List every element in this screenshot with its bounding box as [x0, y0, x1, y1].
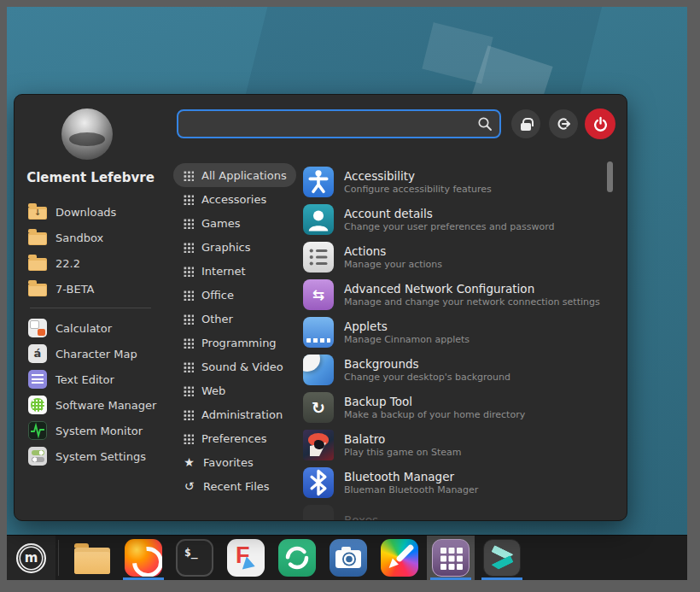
places-list: ↓ Downloads Sandbox 22.2 7-BETA — [28, 199, 168, 302]
actions-icon — [303, 242, 334, 273]
category-programming[interactable]: Programming — [173, 331, 286, 355]
search-input[interactable] — [177, 109, 501, 138]
power-button[interactable] — [585, 108, 615, 139]
grid-icon — [183, 194, 194, 205]
category-administration[interactable]: Administration — [173, 402, 292, 426]
taskbar-terminal[interactable]: $_ — [171, 536, 219, 580]
category-favorites[interactable]: ★ Favorites — [173, 450, 263, 474]
sidebar-item-text-editor[interactable]: Text Editor — [28, 366, 168, 392]
scrollbar-thumb[interactable] — [607, 161, 613, 192]
grid-icon — [183, 409, 194, 420]
calculator-icon — [28, 319, 47, 337]
taskbar-sync-app[interactable] — [273, 536, 321, 580]
taskbar-app-grid[interactable] — [427, 536, 475, 580]
category-web[interactable]: Web — [173, 378, 235, 402]
place-item-downloads[interactable]: ↓ Downloads — [28, 199, 168, 225]
taskbar-f-store[interactable]: F — [222, 536, 270, 580]
app-item-balatro[interactable]: Balatro Play this game on Steam — [303, 426, 612, 464]
app-item-applets[interactable]: Applets Manage Cinnamon applets — [303, 314, 612, 351]
app-item-advanced-network-configuration[interactable]: ⇆ Advanced Network Configuration Manage … — [303, 276, 612, 314]
taskbar-paint-app[interactable] — [376, 536, 423, 580]
sidebar-separator — [30, 308, 151, 308]
paint-brush-icon — [381, 539, 418, 577]
camera-icon — [330, 539, 367, 577]
place-item-7-beta[interactable]: 7-BETA — [28, 276, 168, 302]
power-icon — [592, 116, 609, 132]
taskbar-separator — [58, 540, 59, 576]
taskbar-files[interactable] — [68, 536, 116, 580]
mint-logo-icon: m — [16, 543, 46, 573]
grid-icon — [183, 361, 194, 372]
accessibility-figure — [303, 167, 334, 197]
recent-history-icon: ↺ — [183, 480, 195, 493]
category-other[interactable]: Other — [173, 307, 242, 331]
sidebar-item-system-monitor[interactable]: System Monitor — [28, 418, 168, 443]
grid-icon — [183, 266, 194, 277]
app-item-boxes[interactable]: Boxes — [303, 501, 612, 521]
sidebar-item-character-map[interactable]: á Character Map — [28, 341, 168, 366]
boxes-icon — [303, 505, 334, 521]
sidebar-item-system-settings[interactable]: System Settings — [28, 443, 168, 469]
app-item-accessibility[interactable]: Accessibility Configure accessibility fe… — [303, 163, 612, 201]
system-monitor-icon — [28, 421, 47, 440]
files-icon — [74, 548, 110, 574]
grid-icon — [183, 433, 194, 444]
applets-icon — [303, 317, 334, 348]
search-bar — [177, 109, 501, 138]
cinnamon-menu-panel: Clement Lefebvre ↓ Downloads Sandbox 22.… — [14, 94, 627, 521]
desktop-wallpaper: Clement Lefebvre ↓ Downloads Sandbox 22.… — [7, 7, 687, 580]
category-internet[interactable]: Internet — [173, 259, 255, 283]
sidebar-item-software-manager[interactable]: Software Manager — [28, 392, 168, 418]
accessibility-icon — [303, 167, 334, 197]
taskbar-panel: m $_ F — [7, 535, 687, 580]
folder-icon — [28, 284, 47, 296]
category-accessories[interactable]: Accessories — [173, 187, 276, 211]
grid-icon — [183, 385, 194, 396]
user-avatar[interactable] — [61, 108, 113, 160]
lock-icon — [521, 123, 531, 131]
star-icon: ★ — [183, 456, 195, 469]
grid-icon — [183, 337, 194, 349]
category-list: All Applications Accessories Games Graph… — [173, 163, 303, 498]
grid-icon — [183, 290, 194, 301]
taskbar-camera-app[interactable] — [324, 536, 372, 580]
taskbar-warpinator[interactable] — [478, 536, 526, 580]
backup-tool-icon: ↻ — [303, 392, 334, 423]
logout-icon — [556, 116, 571, 132]
f-store-icon: F — [227, 539, 265, 577]
category-preferences[interactable]: Preferences — [173, 426, 276, 450]
bluetooth-icon — [303, 467, 334, 498]
sidebar-item-calculator[interactable]: Calculator — [28, 315, 168, 341]
app-grid-icon — [432, 539, 470, 577]
category-graphics[interactable]: Graphics — [173, 235, 260, 259]
app-item-account-details[interactable]: Account details Change your user prefere… — [303, 201, 612, 238]
text-editor-icon — [28, 370, 47, 389]
category-sound-video[interactable]: Sound & Video — [173, 355, 293, 378]
software-manager-icon — [28, 396, 47, 414]
taskbar-menu-button[interactable]: m — [7, 536, 55, 580]
folder-download-icon: ↓ — [28, 207, 47, 220]
category-recent-files[interactable]: ↺ Recent Files — [173, 474, 279, 498]
folder-icon — [28, 258, 47, 271]
category-games[interactable]: Games — [173, 211, 249, 235]
app-item-actions[interactable]: Actions Manage your actions — [303, 238, 612, 276]
app-item-backgrounds[interactable]: Backgrounds Change your desktop's backgr… — [303, 351, 612, 389]
account-details-icon — [303, 204, 334, 235]
system-settings-icon — [28, 447, 47, 466]
place-item-22-2[interactable]: 22.2 — [28, 250, 168, 276]
grid-icon — [183, 314, 194, 325]
place-item-sandbox[interactable]: Sandbox — [28, 225, 168, 250]
logout-button[interactable] — [549, 109, 578, 138]
app-item-bluetooth-manager[interactable]: Bluetooth Manager Blueman Bluetooth Mana… — [303, 464, 612, 501]
category-all-applications[interactable]: All Applications — [173, 163, 296, 187]
grid-icon — [183, 218, 194, 229]
lock-screen-button[interactable] — [511, 109, 540, 138]
app-item-backup-tool[interactable]: ↻ Backup Tool Make a backup of your home… — [303, 389, 612, 426]
folder-icon — [28, 232, 47, 245]
taskbar-firefox[interactable] — [120, 536, 167, 580]
sync-icon — [278, 539, 316, 577]
user-name: Clement Lefebvre — [15, 170, 166, 185]
camera-shape — [330, 539, 367, 577]
terminal-icon: $_ — [176, 539, 213, 577]
category-office[interactable]: Office — [173, 283, 243, 307]
